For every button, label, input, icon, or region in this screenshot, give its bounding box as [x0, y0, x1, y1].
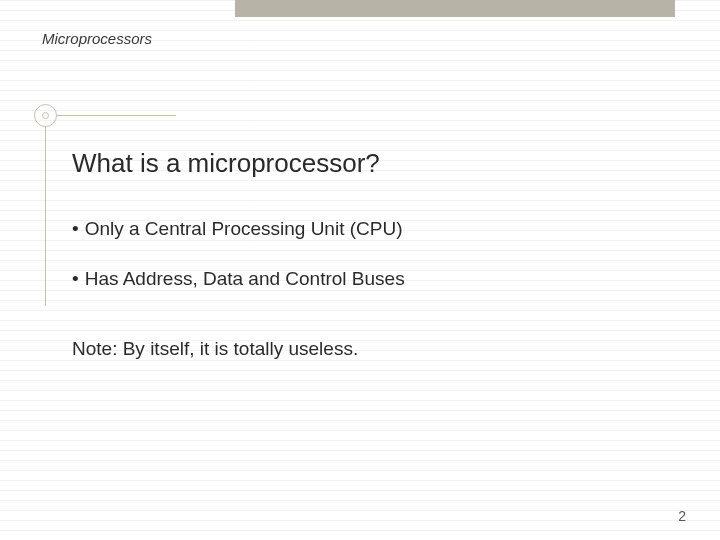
bullet-item: •Has Address, Data and Control Buses — [72, 268, 405, 290]
header-label: Microprocessors — [42, 30, 152, 47]
decor-vertical-line — [45, 126, 46, 306]
bullet-item: •Only a Central Processing Unit (CPU) — [72, 218, 402, 240]
top-accent-bar — [235, 0, 675, 17]
bullet-text: Has Address, Data and Control Buses — [85, 268, 405, 289]
slide-title: What is a microprocessor? — [72, 148, 380, 179]
decor-horizontal-line — [56, 115, 176, 116]
decor-circle-inner-icon — [42, 112, 49, 119]
bullet-dot-icon: • — [72, 268, 79, 290]
page-number: 2 — [678, 508, 686, 524]
note-text: Note: By itself, it is totally useless. — [72, 338, 358, 360]
bullet-dot-icon: • — [72, 218, 79, 240]
bullet-text: Only a Central Processing Unit (CPU) — [85, 218, 403, 239]
